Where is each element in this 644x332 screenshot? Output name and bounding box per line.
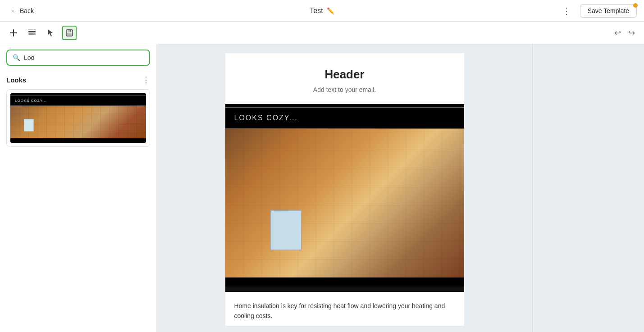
canvas-area: Header Add text to your email. LOOKS COZ… [157, 44, 532, 332]
email-window-element [270, 210, 302, 250]
thumbnail-image-area [10, 106, 146, 138]
search-box: 🔍 [6, 50, 150, 66]
thumbnail-window [24, 119, 34, 132]
pointer-button[interactable] [44, 27, 57, 39]
layers-button[interactable] [25, 26, 39, 40]
svg-rect-8 [70, 30, 71, 32]
email-image-bottom2 [225, 287, 464, 292]
notification-dot [633, 3, 638, 8]
undo-icon: ↩ [614, 28, 621, 38]
email-canvas: Header Add text to your email. LOOKS COZ… [225, 53, 464, 323]
template-card[interactable]: LOOKS COZY... [6, 89, 150, 147]
top-bar: ← Back Test ✏️ ⋮ Save Template [0, 0, 644, 22]
page-title: Test [310, 7, 323, 15]
svg-rect-2 [28, 31, 36, 32]
top-bar-center: Test ✏️ [310, 7, 334, 15]
sidebar: 🔍 Looks ⋮ LOOKS COZY... [0, 44, 157, 332]
save-template-button[interactable]: Save Template [580, 4, 637, 18]
email-image-bottom [225, 277, 464, 287]
add-button[interactable] [7, 27, 20, 39]
edit-icon[interactable]: ✏️ [327, 7, 334, 14]
top-bar-left: ← Back [7, 5, 37, 17]
toolbar-left [7, 26, 77, 40]
email-text-section[interactable]: Home insulation is key for resisting hea… [225, 292, 464, 326]
undo-button[interactable]: ↩ [612, 26, 623, 40]
svg-rect-3 [28, 33, 36, 35]
email-image-section[interactable]: LOOKS COZY... [225, 104, 464, 292]
plus-icon [9, 28, 18, 37]
search-input[interactable] [24, 54, 144, 61]
email-header-title: Header [234, 68, 455, 82]
section-more-button[interactable]: ⋮ [142, 75, 150, 85]
email-image-main-inner [225, 129, 464, 277]
back-label: Back [20, 7, 34, 14]
main-area: 🔍 Looks ⋮ LOOKS COZY... [0, 44, 644, 332]
thumbnail-title: LOOKS COZY... [10, 96, 146, 106]
email-body-text: Home insulation is key for resisting hea… [234, 301, 455, 321]
template-thumbnail: LOOKS COZY... [10, 93, 146, 143]
search-icon: 🔍 [13, 54, 20, 61]
redo-button[interactable]: ↪ [626, 26, 637, 40]
save-icon-button[interactable] [62, 26, 77, 40]
top-bar-right: ⋮ Save Template [558, 4, 637, 18]
back-button[interactable]: ← Back [7, 5, 37, 17]
email-image-title: LOOKS COZY... [225, 108, 464, 129]
more-options-button[interactable]: ⋮ [558, 4, 575, 18]
section-header: Looks ⋮ [0, 71, 156, 89]
toolbar-right: ↩ ↪ [612, 26, 637, 40]
save-template-label: Save Template [588, 7, 629, 14]
section-title: Looks [6, 76, 26, 84]
layers-icon [27, 28, 37, 38]
email-header-section[interactable]: Header Add text to your email. [225, 53, 464, 104]
svg-rect-7 [67, 33, 72, 36]
save-icon [65, 28, 74, 37]
email-image-main [225, 129, 464, 277]
redo-icon: ↪ [628, 28, 635, 38]
toolbar-row: ↩ ↪ [0, 22, 644, 44]
back-arrow-icon: ← [11, 7, 18, 15]
thumbnail-bottom-bar [10, 138, 146, 143]
email-image-top-bar [225, 104, 464, 108]
svg-rect-4 [28, 29, 36, 30]
email-header-subtitle: Add text to your email. [234, 86, 455, 93]
search-area: 🔍 [0, 44, 156, 71]
sidebar-content: LOOKS COZY... [0, 89, 156, 332]
pointer-icon [46, 28, 55, 37]
right-panel [532, 44, 644, 332]
